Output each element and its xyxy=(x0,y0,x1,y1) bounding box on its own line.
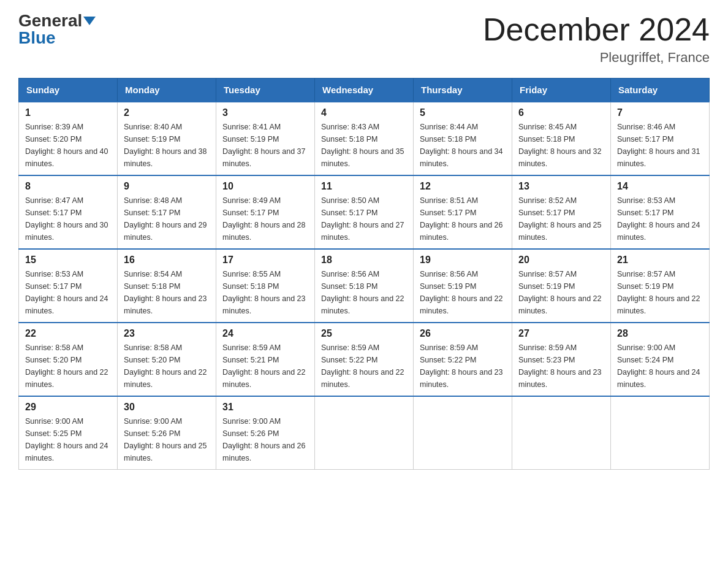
table-row: 28Sunrise: 9:00 AMSunset: 5:24 PMDayligh… xyxy=(611,323,710,396)
col-monday: Monday xyxy=(118,79,216,102)
table-row: 20Sunrise: 8:57 AMSunset: 5:19 PMDayligh… xyxy=(512,249,611,323)
table-row: 3Sunrise: 8:41 AMSunset: 5:19 PMDaylight… xyxy=(216,102,315,175)
calendar-header-row: Sunday Monday Tuesday Wednesday Thursday… xyxy=(19,79,710,102)
day-info: Sunrise: 8:45 AMSunset: 5:18 PMDaylight:… xyxy=(518,121,604,170)
day-info: Sunrise: 8:59 AMSunset: 5:22 PMDaylight:… xyxy=(321,342,407,391)
day-number: 24 xyxy=(222,328,308,339)
table-row: 12Sunrise: 8:51 AMSunset: 5:17 PMDayligh… xyxy=(414,175,512,249)
table-row: 13Sunrise: 8:52 AMSunset: 5:17 PMDayligh… xyxy=(512,175,611,249)
table-row: 5Sunrise: 8:44 AMSunset: 5:18 PMDaylight… xyxy=(414,102,512,175)
day-number: 4 xyxy=(321,107,407,118)
table-row xyxy=(512,396,611,470)
day-info: Sunrise: 8:53 AMSunset: 5:17 PMDaylight:… xyxy=(25,268,111,317)
day-number: 15 xyxy=(25,255,111,266)
table-row xyxy=(414,396,512,470)
col-tuesday: Tuesday xyxy=(216,79,315,102)
day-info: Sunrise: 8:58 AMSunset: 5:20 PMDaylight:… xyxy=(124,342,210,391)
day-info: Sunrise: 8:47 AMSunset: 5:17 PMDaylight:… xyxy=(25,194,111,243)
day-info: Sunrise: 8:41 AMSunset: 5:19 PMDaylight:… xyxy=(222,121,308,170)
day-number: 11 xyxy=(321,181,407,192)
day-info: Sunrise: 8:57 AMSunset: 5:19 PMDaylight:… xyxy=(518,268,604,317)
table-row: 7Sunrise: 8:46 AMSunset: 5:17 PMDaylight… xyxy=(611,102,710,175)
calendar-table: Sunday Monday Tuesday Wednesday Thursday… xyxy=(18,78,710,470)
logo: General Blue xyxy=(18,12,96,47)
col-sunday: Sunday xyxy=(19,79,118,102)
table-row: 24Sunrise: 8:59 AMSunset: 5:21 PMDayligh… xyxy=(216,323,315,396)
day-info: Sunrise: 8:49 AMSunset: 5:17 PMDaylight:… xyxy=(222,194,308,243)
day-number: 14 xyxy=(617,181,703,192)
day-info: Sunrise: 8:39 AMSunset: 5:20 PMDaylight:… xyxy=(25,121,111,170)
calendar-week-row: 15Sunrise: 8:53 AMSunset: 5:17 PMDayligh… xyxy=(19,249,710,323)
col-thursday: Thursday xyxy=(414,79,512,102)
table-row: 10Sunrise: 8:49 AMSunset: 5:17 PMDayligh… xyxy=(216,175,315,249)
day-info: Sunrise: 8:44 AMSunset: 5:18 PMDaylight:… xyxy=(420,121,506,170)
col-saturday: Saturday xyxy=(611,79,710,102)
day-number: 17 xyxy=(222,255,308,266)
col-friday: Friday xyxy=(512,79,611,102)
table-row: 15Sunrise: 8:53 AMSunset: 5:17 PMDayligh… xyxy=(19,249,118,323)
page-header: General Blue December 2024 Pleugriffet, … xyxy=(18,12,710,66)
table-row: 8Sunrise: 8:47 AMSunset: 5:17 PMDaylight… xyxy=(19,175,118,249)
location-subtitle: Pleugriffet, France xyxy=(483,50,710,66)
table-row: 30Sunrise: 9:00 AMSunset: 5:26 PMDayligh… xyxy=(118,396,216,470)
day-number: 19 xyxy=(420,255,506,266)
day-number: 26 xyxy=(420,328,506,339)
calendar-week-row: 22Sunrise: 8:58 AMSunset: 5:20 PMDayligh… xyxy=(19,323,710,396)
day-number: 21 xyxy=(617,255,703,266)
logo-general-text: General xyxy=(18,12,82,29)
day-number: 31 xyxy=(222,402,308,413)
table-row: 21Sunrise: 8:57 AMSunset: 5:19 PMDayligh… xyxy=(611,249,710,323)
day-number: 8 xyxy=(25,181,111,192)
day-info: Sunrise: 9:00 AMSunset: 5:26 PMDaylight:… xyxy=(124,415,210,464)
day-info: Sunrise: 9:00 AMSunset: 5:25 PMDaylight:… xyxy=(25,415,111,464)
day-info: Sunrise: 9:00 AMSunset: 5:26 PMDaylight:… xyxy=(222,415,308,464)
calendar-week-row: 29Sunrise: 9:00 AMSunset: 5:25 PMDayligh… xyxy=(19,396,710,470)
table-row: 17Sunrise: 8:55 AMSunset: 5:18 PMDayligh… xyxy=(216,249,315,323)
day-number: 1 xyxy=(25,107,111,118)
day-number: 3 xyxy=(222,107,308,118)
table-row: 11Sunrise: 8:50 AMSunset: 5:17 PMDayligh… xyxy=(315,175,414,249)
month-year-title: December 2024 xyxy=(483,12,710,47)
day-number: 22 xyxy=(25,328,111,339)
day-number: 6 xyxy=(518,107,604,118)
day-number: 13 xyxy=(518,181,604,192)
table-row: 4Sunrise: 8:43 AMSunset: 5:18 PMDaylight… xyxy=(315,102,414,175)
table-row: 1Sunrise: 8:39 AMSunset: 5:20 PMDaylight… xyxy=(19,102,118,175)
table-row: 25Sunrise: 8:59 AMSunset: 5:22 PMDayligh… xyxy=(315,323,414,396)
logo-blue-text: Blue xyxy=(18,29,56,47)
day-info: Sunrise: 8:50 AMSunset: 5:17 PMDaylight:… xyxy=(321,194,407,243)
day-number: 28 xyxy=(617,328,703,339)
table-row: 19Sunrise: 8:56 AMSunset: 5:19 PMDayligh… xyxy=(414,249,512,323)
day-number: 10 xyxy=(222,181,308,192)
day-number: 16 xyxy=(124,255,210,266)
day-info: Sunrise: 8:52 AMSunset: 5:17 PMDaylight:… xyxy=(518,194,604,243)
table-row: 2Sunrise: 8:40 AMSunset: 5:19 PMDaylight… xyxy=(118,102,216,175)
day-info: Sunrise: 8:58 AMSunset: 5:20 PMDaylight:… xyxy=(25,342,111,391)
day-number: 29 xyxy=(25,402,111,413)
day-info: Sunrise: 8:57 AMSunset: 5:19 PMDaylight:… xyxy=(617,268,703,317)
day-number: 12 xyxy=(420,181,506,192)
day-info: Sunrise: 8:51 AMSunset: 5:17 PMDaylight:… xyxy=(420,194,506,243)
day-info: Sunrise: 8:59 AMSunset: 5:21 PMDaylight:… xyxy=(222,342,308,391)
day-number: 27 xyxy=(518,328,604,339)
day-info: Sunrise: 8:54 AMSunset: 5:18 PMDaylight:… xyxy=(124,268,210,317)
day-info: Sunrise: 8:56 AMSunset: 5:18 PMDaylight:… xyxy=(321,268,407,317)
calendar-week-row: 1Sunrise: 8:39 AMSunset: 5:20 PMDaylight… xyxy=(19,102,710,175)
day-info: Sunrise: 9:00 AMSunset: 5:24 PMDaylight:… xyxy=(617,342,703,391)
day-number: 25 xyxy=(321,328,407,339)
day-number: 2 xyxy=(124,107,210,118)
table-row: 31Sunrise: 9:00 AMSunset: 5:26 PMDayligh… xyxy=(216,396,315,470)
table-row: 14Sunrise: 8:53 AMSunset: 5:17 PMDayligh… xyxy=(611,175,710,249)
day-info: Sunrise: 8:48 AMSunset: 5:17 PMDaylight:… xyxy=(124,194,210,243)
table-row xyxy=(315,396,414,470)
table-row: 26Sunrise: 8:59 AMSunset: 5:22 PMDayligh… xyxy=(414,323,512,396)
table-row xyxy=(611,396,710,470)
table-row: 6Sunrise: 8:45 AMSunset: 5:18 PMDaylight… xyxy=(512,102,611,175)
table-row: 23Sunrise: 8:58 AMSunset: 5:20 PMDayligh… xyxy=(118,323,216,396)
col-wednesday: Wednesday xyxy=(315,79,414,102)
day-info: Sunrise: 8:53 AMSunset: 5:17 PMDaylight:… xyxy=(617,194,703,243)
day-number: 5 xyxy=(420,107,506,118)
day-info: Sunrise: 8:55 AMSunset: 5:18 PMDaylight:… xyxy=(222,268,308,317)
day-number: 7 xyxy=(617,107,703,118)
day-info: Sunrise: 8:40 AMSunset: 5:19 PMDaylight:… xyxy=(124,121,210,170)
